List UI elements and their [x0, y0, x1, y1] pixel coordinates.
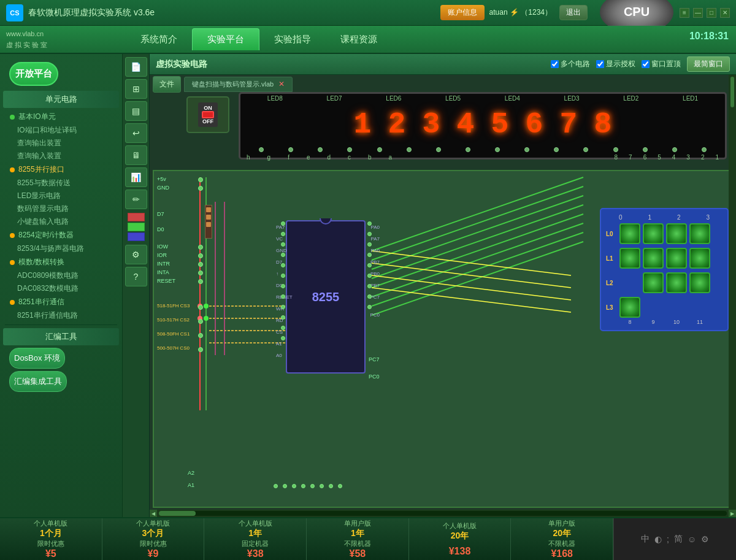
sidebar-item-query-output[interactable]: 查询输出装置 [0, 137, 122, 150]
file-button[interactable]: 文件 [153, 76, 181, 93]
scroll-left-arrow[interactable]: ◀ [150, 510, 157, 517]
scroll-y-thumb[interactable] [730, 77, 734, 107]
digit-4: 5 [484, 108, 516, 141]
circuit-tab[interactable]: 键盘扫描与数码管显示.vlab ✕ [184, 77, 293, 92]
sidebar-item-led[interactable]: LED显示电路 [0, 190, 122, 202]
svg-line-10 [372, 214, 583, 288]
price-discount-3: 固定机器 [242, 539, 269, 548]
sidebar-item-8251-circuit[interactable]: 8251串行通信电路 [0, 309, 122, 322]
price-item-3[interactable]: 个人单机版 1年 固定机器 ¥38 [204, 518, 307, 560]
window-top-checkbox[interactable] [642, 60, 650, 68]
key-6[interactable] [666, 248, 687, 269]
tab-resources[interactable]: 课程资源 [326, 29, 392, 50]
show-auth-checkbox[interactable] [596, 60, 604, 68]
tab-platform[interactable]: 实验平台 [192, 28, 259, 50]
sidebar-item-8255-data[interactable]: 8255与数据传送 [0, 177, 122, 190]
file-tab-area: 文件 键盘扫描与数码管显示.vlab ✕ [150, 75, 293, 93]
show-auth-label[interactable]: 显示授权 [596, 59, 635, 69]
price-item-1[interactable]: 个人单机版 1个月 限时优惠 ¥5 [0, 518, 102, 560]
monitor-icon[interactable]: 🖥 [125, 145, 147, 165]
price-item-5[interactable]: 个人单机版 20年 ¥138 [409, 518, 512, 560]
sidebar-item-keypad[interactable]: 小键盘输入电路 [0, 215, 122, 228]
color-green[interactable] [128, 223, 145, 231]
close-button[interactable]: ✕ [720, 8, 730, 18]
window-top-label[interactable]: 窗口置顶 [642, 59, 681, 69]
key-2[interactable] [666, 223, 687, 244]
account-button[interactable]: 账户信息 [440, 5, 485, 20]
key-7[interactable] [689, 248, 710, 269]
key-4[interactable] [619, 248, 640, 269]
color-blue[interactable] [128, 232, 145, 241]
dosbox-button[interactable]: DosBox 环境 [9, 348, 65, 369]
chip-right-conn-dots [367, 221, 372, 309]
key-10[interactable] [689, 272, 710, 293]
svg-line-16 [372, 275, 571, 300]
cpu-label: CPU [624, 5, 650, 19]
chip-icon[interactable]: ▤ [125, 101, 147, 121]
file-icon[interactable]: 📄 [125, 57, 147, 77]
price-value-6: ¥168 [551, 548, 573, 559]
conn-dot-cs3 [198, 305, 203, 310]
key-0[interactable] [619, 223, 640, 244]
scroll-x-thumb[interactable] [159, 511, 196, 516]
assembler-button[interactable]: 汇编集成工具 [9, 371, 67, 392]
key-8[interactable] [643, 272, 664, 293]
price-duration-3: 1年 [248, 528, 262, 539]
ime-item-settings[interactable]: ⚙ [701, 534, 709, 544]
key-11[interactable] [619, 297, 640, 318]
scroll-y[interactable] [729, 75, 736, 510]
tab-intro[interactable]: 系统简介 [126, 29, 192, 50]
grid-icon[interactable]: ⊞ [125, 79, 147, 99]
ime-item-emoji[interactable]: ☺ [688, 534, 696, 544]
sidebar-item-8255[interactable]: 8255并行接口 [0, 163, 122, 177]
power-switch[interactable]: ON OFF [186, 96, 229, 133]
sidebar-item-7seg[interactable]: 数码管显示电路 [0, 202, 122, 215]
tab-guide[interactable]: 实验指导 [259, 29, 326, 50]
price-item-4[interactable]: 单用户版 1年 不限机器 ¥58 [307, 518, 409, 560]
sidebar-item-dac0832[interactable]: DAC0832数模电路 [0, 282, 122, 295]
price-item-6[interactable]: 单用户版 20年 不限机器 ¥168 [511, 518, 613, 560]
keypad-row-l0: L0 [606, 223, 723, 244]
sidebar-item-query-input[interactable]: 查询输入装置 [0, 150, 122, 163]
close-tab-icon[interactable]: ✕ [278, 80, 285, 88]
color-swatches [126, 212, 146, 242]
scroll-right-arrow[interactable]: ▶ [729, 510, 736, 517]
key-5[interactable] [643, 248, 664, 269]
undo-icon[interactable]: ↩ [125, 123, 147, 143]
logout-button[interactable]: 退出 [559, 5, 588, 20]
ime-item-semi[interactable]: ; [667, 534, 669, 544]
conn-dot-cs2 [198, 319, 203, 324]
key-empty-4 [689, 297, 710, 318]
ime-item-simple[interactable]: 简 [674, 534, 683, 545]
menu-button[interactable]: ≡ [680, 8, 689, 18]
open-platform-button[interactable]: 开放平台 [9, 62, 58, 86]
sidebar-item-adc0809[interactable]: ADC0809模数电路 [0, 269, 122, 282]
pencil-icon[interactable]: ✏ [125, 190, 147, 209]
sidebar-item-speaker[interactable]: 8253/4与扬声器电路 [0, 242, 122, 255]
bullet-icon [10, 167, 15, 172]
price-item-2[interactable]: 个人单机版 3个月 限时优惠 ¥9 [102, 518, 205, 560]
help-icon[interactable]: ? [125, 267, 147, 286]
scroll-x[interactable]: ◀ ▶ [150, 510, 736, 517]
settings-icon[interactable]: ⚙ [125, 245, 147, 264]
minimize-button[interactable]: — [693, 8, 703, 18]
keypad-row-l3: L3 [606, 297, 723, 318]
multi-circuit-checkbox[interactable] [551, 60, 559, 68]
sidebar-item-io-port[interactable]: IO端口和地址译码 [0, 124, 122, 137]
simple-window-button[interactable]: 最简窗口 [687, 56, 730, 72]
color-red[interactable] [128, 213, 145, 221]
restore-button[interactable]: □ [707, 8, 716, 18]
ime-item-zh[interactable]: 中 [641, 534, 650, 545]
key-empty-3 [666, 297, 687, 318]
sidebar-item-adcdac[interactable]: 模数/数模转换 [0, 255, 122, 269]
key-9[interactable] [666, 272, 687, 293]
svg-line-17 [372, 288, 571, 312]
key-3[interactable] [689, 223, 710, 244]
chart-icon[interactable]: 📊 [125, 167, 147, 187]
sidebar-item-8251[interactable]: 8251串行通信 [0, 295, 122, 309]
key-1[interactable] [643, 223, 664, 244]
sidebar-item-basic-io[interactable]: 基本IO单元 [0, 110, 122, 124]
sidebar-item-8254[interactable]: 8254定时/计数器 [0, 228, 122, 242]
multi-circuit-label[interactable]: 多个电路 [551, 59, 590, 69]
ime-item-moon[interactable]: ◐ [654, 534, 662, 544]
